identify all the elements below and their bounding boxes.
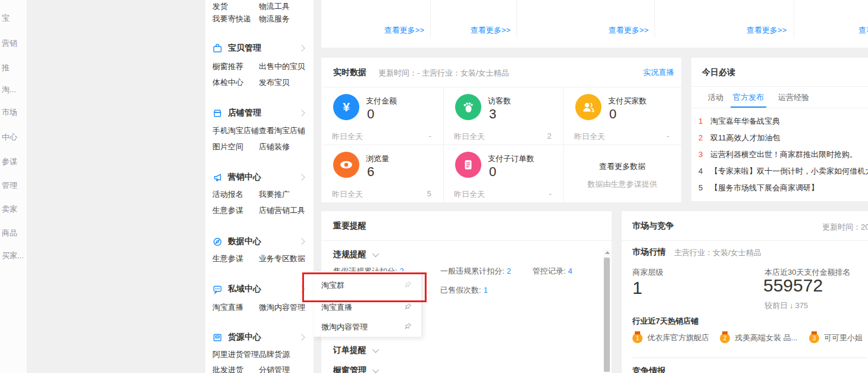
pin-icon[interactable] [404, 322, 412, 332]
window-manage-header[interactable]: 橱窗管理 [333, 365, 377, 373]
rail-item[interactable]: 推 [2, 62, 10, 73]
tab-experience[interactable]: 运营经验 [778, 92, 809, 103]
bag-icon [212, 43, 223, 54]
tab-activity[interactable]: 活动 [708, 92, 723, 103]
hot-shop-1[interactable]: 1优衣库官方旗舰店 [632, 333, 709, 343]
view-more-link[interactable]: 查看更多>> [747, 25, 786, 36]
view-more-link[interactable]: 查看更多>> [384, 25, 424, 36]
view-more-link[interactable]: 查看更多>> [471, 25, 510, 36]
list-item[interactable]: 2双11高效人才加油包 [698, 133, 781, 143]
list-item[interactable]: 1淘宝嘉年华备战宝典 [698, 116, 780, 127]
sidebar-link[interactable]: 阿里进货管理 [212, 349, 259, 360]
metric-value: 0 [367, 106, 374, 122]
panel-title: 今日必读 [702, 67, 735, 78]
pin-icon[interactable] [404, 281, 412, 290]
list-item[interactable]: 4【专家来啦】双十一倒计时，小卖家如何借机大卖 [698, 166, 868, 177]
rail-item[interactable]: 管理 [2, 180, 17, 191]
sidebar-link[interactable]: 批发进货 [212, 365, 259, 373]
sidebar-link[interactable]: 发货 [212, 1, 259, 12]
chevron-right-icon [298, 174, 305, 180]
sidebar-section-private-domain[interactable]: 私域中心 [212, 284, 306, 294]
update-time: 更新时间：20 [822, 222, 868, 233]
stat-label: 管控记录: [532, 267, 566, 275]
sidebar-section-supply[interactable]: 货源中心 [212, 332, 306, 343]
view-more-data-link[interactable]: 查看更多数据 [563, 161, 681, 172]
column-divider [794, 0, 794, 37]
sidebar-link[interactable]: 体检中心 [212, 77, 259, 88]
sidebar-section-shop[interactable]: 店铺管理 [212, 108, 306, 118]
sidebar-section-items[interactable]: 宝贝管理 [212, 43, 306, 54]
order-list-icon [455, 152, 481, 178]
flyout-item-taobao-live[interactable]: 淘宝直播 [314, 299, 421, 316]
hot-shop-2[interactable]: 2戎美高端女装 品... [720, 333, 797, 343]
scrollbar-thumb[interactable] [604, 258, 610, 372]
stat-control-records: 管控记录:4 [532, 266, 572, 277]
rail-item[interactable]: 参谋 [2, 156, 17, 167]
rail-item[interactable]: 买家... [2, 250, 24, 261]
scroll-up-arrow[interactable] [605, 251, 610, 254]
metric-label: 浏览量 [366, 153, 389, 164]
view-more-link[interactable]: 查看更多>> [609, 25, 648, 36]
sidebar-link[interactable]: 查看淘宝店铺 [259, 126, 305, 136]
seller-dashboard: 宝 营销 推 淘... 市场 中心 参谋 管理 卖家 商品 买家... 发货 物… [0, 0, 868, 373]
sidebar-link[interactable]: 发布宝贝 [259, 77, 290, 88]
yesterday-label: 昨日全天 [454, 189, 485, 200]
rail-item[interactable]: 卖家 [2, 204, 17, 215]
yesterday-value: 5 [427, 189, 431, 198]
sidebar-link[interactable]: 手机淘宝店铺 [212, 126, 259, 136]
hot-shop-3[interactable]: 3可可里小姐 [809, 333, 863, 343]
sidebar-section-marketing[interactable]: 营销中心 [212, 172, 306, 183]
sidebar-link[interactable]: 出售中的宝贝 [259, 61, 305, 72]
rail-item[interactable]: 营销 [2, 38, 17, 49]
live-broadcast-link[interactable]: 实况直播 [643, 67, 674, 78]
sidebar-menu: 发货 物流工具 我要寄快递 物流服务 宝贝管理 橱窗推荐 出售中的宝贝 体检中心… [205, 0, 314, 373]
sidebar-link[interactable]: 物流服务 [259, 14, 290, 24]
tab-official[interactable]: 官方发布 [733, 92, 764, 103]
stat-value-link[interactable]: 4 [568, 267, 572, 275]
sidebar-link[interactable]: 业务专区数据 [259, 253, 305, 264]
flyout-item-weitao-content[interactable]: 微淘内容管理 [314, 319, 421, 336]
sidebar-link[interactable]: 生意参谋 [212, 205, 259, 216]
item-text: 【服务市场线下展会商家调研】 [710, 183, 819, 192]
rail-item[interactable]: 市场 [2, 107, 17, 118]
metric-label: 访客数 [488, 96, 511, 106]
sidebar-link[interactable]: 分销管理 [259, 365, 290, 373]
pin-icon[interactable] [404, 303, 412, 312]
sidebar-link[interactable]: 活动报名 [212, 189, 259, 200]
chevron-right-icon [298, 238, 305, 245]
order-reminder-header[interactable]: 订单提醒 [333, 345, 377, 356]
private-domain-flyout: 淘宝群 淘宝直播 微淘内容管理 [314, 271, 421, 337]
divider [691, 86, 868, 87]
daily-read-panel: 今日必读 活动 官方发布 运营经验 1淘宝嘉年华备战宝典 2双11高效人才加油包… [691, 58, 868, 201]
chevron-right-icon [298, 45, 305, 51]
rank-delta: 较前日↓375 [764, 300, 808, 311]
rail-item[interactable]: 宝 [2, 13, 10, 24]
compass-icon [212, 237, 223, 247]
rail-item[interactable]: 商品 [2, 228, 17, 239]
sidebar-link[interactable]: 店铺营销工具 [259, 205, 305, 216]
sidebar-link[interactable]: 店铺装修 [259, 142, 290, 152]
more-data-card: 查看更多数据 数据由生意参谋提供 [563, 145, 681, 202]
flyout-item-taobao-group[interactable]: 淘宝群 [314, 277, 421, 294]
list-item[interactable]: 3运营利器横空出世！商家群推出限时抢购。 [698, 149, 857, 160]
sidebar-link[interactable]: 物流工具 [259, 1, 290, 12]
stat-value-link[interactable]: 1 [484, 286, 488, 294]
stat-value-link[interactable]: 2 [507, 267, 511, 275]
sidebar-link[interactable]: 品牌货源 [259, 349, 290, 360]
sidebar-link[interactable]: 我要寄快递 [212, 14, 259, 24]
sidebar-link[interactable]: 生意参谋 [212, 253, 259, 264]
list-item[interactable]: 5【服务市场线下展会商家调研】 [698, 183, 819, 193]
chevron-down-icon [372, 366, 379, 373]
rail-item[interactable]: 淘... [2, 84, 16, 95]
view-more-link[interactable]: 查看更多>> [858, 25, 868, 36]
violation-reminder-header[interactable]: 违规提醒 [333, 249, 377, 260]
sidebar-link[interactable]: 淘宝直播 [212, 302, 259, 313]
sidebar-section-data[interactable]: 数据中心 [212, 236, 306, 247]
sidebar-link[interactable]: 我要推广 [259, 189, 290, 200]
scrollbar[interactable] [603, 248, 611, 373]
column-divider [516, 0, 517, 37]
rail-item[interactable]: 中心 [2, 132, 17, 143]
sidebar-link[interactable]: 图片空间 [212, 142, 259, 152]
sidebar-link[interactable]: 微淘内容管理 [259, 302, 305, 313]
sidebar-link[interactable]: 橱窗推荐 [212, 61, 259, 72]
